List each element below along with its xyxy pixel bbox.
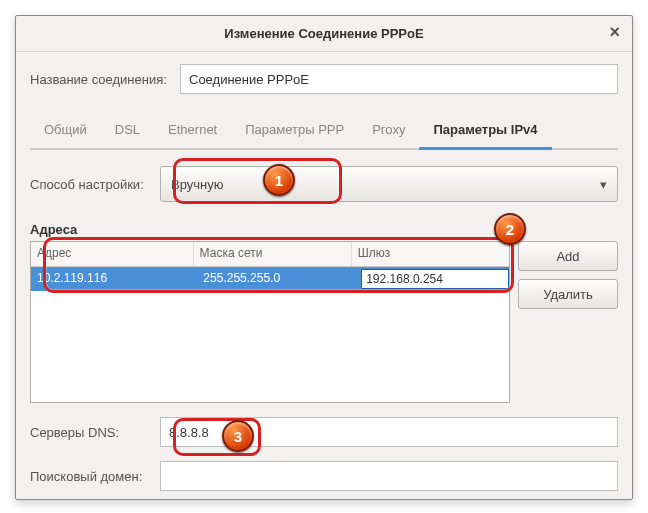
dns-input[interactable] xyxy=(160,417,618,447)
connection-name-label: Название соединения: xyxy=(30,72,180,87)
tab-ipv4[interactable]: Параметры IPv4 xyxy=(419,112,551,150)
col-mask: Маска сети xyxy=(194,242,352,266)
tab-ethernet[interactable]: Ethernet xyxy=(154,112,231,150)
addresses-table[interactable]: Адрес Маска сети Шлюз 10.2.119.116 255.2… xyxy=(30,241,510,403)
gateway-input[interactable] xyxy=(361,269,509,289)
add-button[interactable]: Add xyxy=(518,241,618,271)
table-row[interactable]: 10.2.119.116 255.255.255.0 xyxy=(31,267,509,291)
titlebar: Изменение Соединение PPPoE × xyxy=(16,16,632,52)
tab-general[interactable]: Общий xyxy=(30,112,101,150)
dialog: Изменение Соединение PPPoE × Название со… xyxy=(15,15,633,500)
search-domain-label: Поисковый домен: xyxy=(30,469,160,484)
cell-mask: 255.255.255.0 xyxy=(197,267,359,291)
dns-label: Серверы DNS: xyxy=(30,425,160,440)
connection-name-input[interactable] xyxy=(180,64,618,94)
close-icon[interactable]: × xyxy=(605,22,624,43)
col-address: Адрес xyxy=(31,242,194,266)
tab-ppp[interactable]: Параметры PPP xyxy=(231,112,358,150)
chevron-down-icon: ▾ xyxy=(600,177,607,192)
tab-dsl[interactable]: DSL xyxy=(101,112,154,150)
delete-button[interactable]: Удалить xyxy=(518,279,618,309)
method-dropdown[interactable]: Вручную ▾ xyxy=(160,166,618,202)
table-header: Адрес Маска сети Шлюз xyxy=(31,242,509,267)
col-gateway: Шлюз xyxy=(352,242,509,266)
tab-proxy[interactable]: Proxy xyxy=(358,112,419,150)
addresses-heading: Адреса xyxy=(30,222,618,237)
method-label: Способ настройки: xyxy=(30,177,160,192)
dialog-title: Изменение Соединение PPPoE xyxy=(224,26,423,41)
cell-address: 10.2.119.116 xyxy=(31,267,197,291)
search-domain-input[interactable] xyxy=(160,461,618,491)
tab-bar: Общий DSL Ethernet Параметры PPP Proxy П… xyxy=(30,112,618,150)
method-value: Вручную xyxy=(171,177,223,192)
